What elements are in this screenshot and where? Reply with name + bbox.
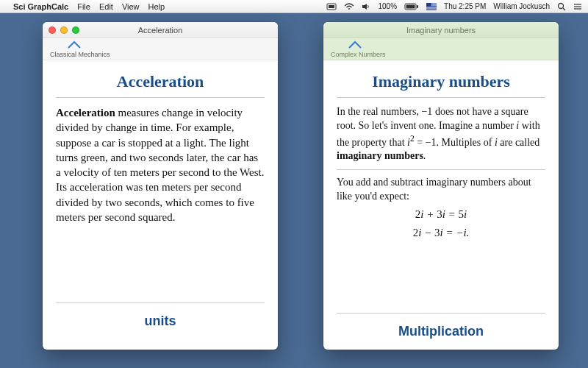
minimize-button[interactable] [60,26,68,34]
svg-rect-6 [417,5,418,8]
battery-icon[interactable] [404,3,419,10]
svg-rect-8 [426,3,431,7]
next-section-block: units [56,297,265,329]
body-paragraph-1: In the real numbers, −1 does not have a … [337,105,545,163]
traffic-lights [49,26,79,34]
window-titlebar[interactable]: Acceleration [43,22,278,38]
svg-point-13 [559,3,564,8]
menu-file[interactable]: File [77,2,90,11]
svg-rect-5 [406,4,415,8]
menubar-clock[interactable]: Thu 2:25 PM [444,2,486,10]
back-chevron-icon[interactable] [66,40,82,53]
divider [337,313,545,314]
divider [337,169,545,170]
notification-center-icon[interactable] [573,3,582,10]
wifi-icon[interactable] [344,3,354,10]
menuextra-icon[interactable] [326,3,337,10]
nav-bar: Classical Mechanics [43,38,278,60]
back-chevron-icon[interactable] [347,40,363,53]
volume-icon[interactable] [362,3,370,10]
svg-line-14 [563,8,565,10]
next-section-link[interactable]: units [56,309,265,329]
body-paragraph-2: You add and subtract imaginary numbers a… [337,176,545,204]
flag-icon[interactable] [426,3,437,10]
divider [337,97,545,98]
svg-point-2 [348,8,350,10]
app-name[interactable]: Sci GraphCalc [13,2,68,11]
page-title: Acceleration [56,69,265,97]
menubar-user[interactable]: William Jockusch [493,2,550,10]
menu-help[interactable]: Help [148,2,165,11]
content-area: Acceleration Acceleration measures chang… [43,60,278,230]
svg-rect-1 [329,5,334,8]
body-paragraph: Acceleration measures change in velocity… [56,105,265,224]
content-area: Imaginary numbers In the real numbers, −… [323,60,559,251]
divider [56,302,265,303]
next-section-link[interactable]: Multiplication [337,319,545,339]
nav-bar: Complex Numbers [323,38,559,60]
close-button[interactable] [49,26,56,34]
menu-view[interactable]: View [122,2,140,11]
menu-edit[interactable]: Edit [99,2,113,11]
window-imaginary-numbers: Imaginary numbers Complex Numbers Imagin… [323,22,559,350]
zoom-button[interactable] [72,26,79,34]
math-equation-2: 2i − 3i = −i. [337,225,545,241]
page-title: Imaginary numbers [337,69,545,97]
window-title: Imaginary numbers [323,26,559,35]
window-acceleration: Acceleration Classical Mechanics Acceler… [43,22,278,350]
spotlight-icon[interactable] [557,2,566,11]
svg-marker-3 [362,4,367,10]
window-titlebar[interactable]: Imaginary numbers [323,22,559,38]
divider [56,97,265,98]
math-equation-1: 2i + 3i = 5i [337,207,545,222]
macos-menubar: Sci GraphCalc File Edit View Help 100% T… [0,0,588,13]
next-section-block: Multiplication [337,307,545,339]
battery-percent: 100% [378,2,397,10]
